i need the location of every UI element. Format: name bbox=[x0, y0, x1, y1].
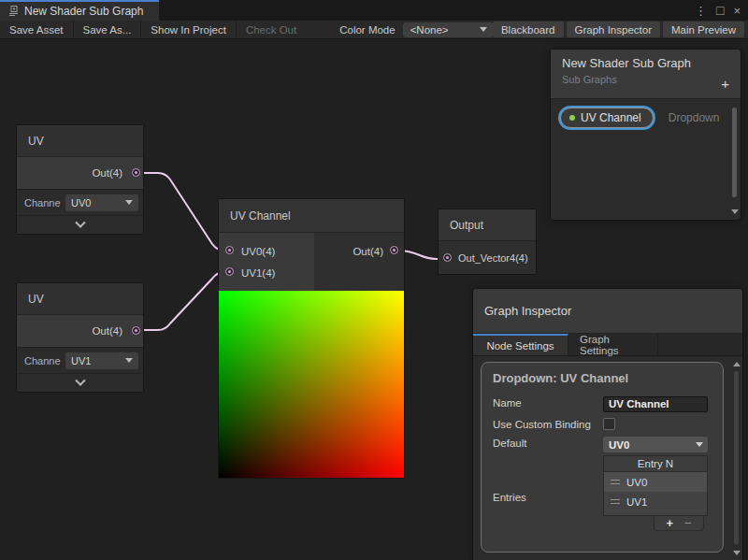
input-port-out-vector4[interactable] bbox=[443, 253, 452, 262]
graph-canvas[interactable]: UV Out(4) Channe UV0 UV Out(4) Ch bbox=[0, 39, 748, 560]
port-label-out-vector4: Out_Vector4(4) bbox=[458, 252, 528, 264]
name-label: Name bbox=[493, 396, 603, 412]
window-menu-icon[interactable]: ⋮ bbox=[695, 5, 707, 17]
input-port-uv1[interactable] bbox=[225, 267, 234, 276]
tab-node-settings[interactable]: Node Settings bbox=[473, 334, 568, 355]
add-property-button[interactable]: + bbox=[721, 77, 729, 91]
wire-uv1-to-uvchannel[interactable] bbox=[136, 272, 230, 330]
show-in-project-button[interactable]: Show In Project bbox=[141, 21, 237, 38]
chevron-down-icon bbox=[75, 217, 85, 227]
node-uv-b[interactable]: UV Out(4) Channe UV1 bbox=[16, 282, 144, 393]
node-preview-uv-gradient bbox=[219, 291, 404, 478]
node-title[interactable]: UV bbox=[17, 283, 143, 315]
scrollbar-thumb[interactable] bbox=[734, 371, 739, 544]
graph-inspector-toggle-button[interactable]: Graph Inspector bbox=[567, 22, 660, 37]
blackboard-toggle-button[interactable]: Blackboard bbox=[493, 22, 564, 37]
drag-handle-icon[interactable] bbox=[611, 480, 620, 484]
tab-bar: New Shader Sub Graph ⋮ □ × bbox=[0, 0, 748, 21]
entry-value: UV0 bbox=[626, 477, 647, 488]
entries-list-buttons: + − bbox=[654, 516, 704, 531]
wire-uv0-to-uvchannel[interactable] bbox=[136, 173, 230, 251]
inspector-scrollbar[interactable] bbox=[732, 360, 741, 557]
inspector-tabs: Node Settings Graph Settings bbox=[473, 334, 742, 356]
channel-value: UV1 bbox=[71, 355, 91, 366]
port-label-uv0: UV0(4) bbox=[241, 246, 275, 257]
entries-label: Entries bbox=[493, 455, 603, 531]
tab-title: New Shader Sub Graph bbox=[24, 5, 143, 18]
collapse-button[interactable] bbox=[17, 215, 143, 234]
section-title: Dropdown: UV Channel bbox=[493, 371, 712, 385]
output-port[interactable] bbox=[132, 326, 140, 335]
output-port[interactable] bbox=[390, 246, 398, 254]
entry-row-uv1[interactable]: UV1 bbox=[603, 492, 708, 511]
window-maximize-icon[interactable]: □ bbox=[716, 4, 724, 17]
entry-value: UV1 bbox=[626, 496, 647, 508]
port-label-uv1: UV1(4) bbox=[241, 267, 275, 279]
chevron-down-icon bbox=[75, 375, 85, 385]
save-asset-button[interactable]: Save Asset bbox=[0, 21, 74, 38]
inspector-title: Graph Inspector bbox=[473, 289, 742, 334]
tab-graph-settings[interactable]: Graph Settings bbox=[568, 334, 658, 355]
use-custom-binding-label: Use Custom Binding bbox=[493, 418, 603, 431]
channel-label: Channe bbox=[24, 355, 65, 366]
channel-dropdown[interactable]: UV0 bbox=[65, 194, 138, 211]
node-title[interactable]: UV bbox=[17, 125, 143, 157]
exposed-dot-icon bbox=[569, 115, 575, 121]
scroll-down-icon[interactable] bbox=[733, 551, 741, 555]
port-label-out: Out(4) bbox=[92, 325, 122, 337]
collapse-button[interactable] bbox=[17, 373, 143, 392]
node-title[interactable]: Output bbox=[439, 209, 536, 241]
remove-entry-button[interactable]: − bbox=[684, 517, 692, 529]
main-preview-toggle-button[interactable]: Main Preview bbox=[663, 22, 744, 37]
chevron-down-icon bbox=[480, 27, 487, 32]
dropdown-settings-card: Dropdown: UV Channel Name UV Channel Use… bbox=[481, 362, 724, 553]
name-field[interactable]: UV Channel bbox=[603, 396, 708, 412]
scroll-up-icon[interactable] bbox=[733, 362, 741, 366]
node-uv-channel[interactable]: UV Channel UV0(4) UV1(4) Out(4) bbox=[218, 198, 405, 479]
chevron-down-icon bbox=[125, 358, 133, 363]
shader-graph-window: New Shader Sub Graph ⋮ □ × Save Asset Sa… bbox=[0, 0, 748, 560]
color-mode-dropdown[interactable]: <None> bbox=[403, 22, 493, 37]
input-port-uv0[interactable] bbox=[225, 246, 234, 254]
scroll-down-icon[interactable] bbox=[731, 209, 739, 214]
channel-value: UV0 bbox=[71, 197, 91, 208]
default-dropdown[interactable]: UV0 bbox=[603, 437, 708, 452]
node-uv-a[interactable]: UV Out(4) Channe UV0 bbox=[16, 124, 144, 235]
check-out-button: Check Out bbox=[237, 21, 306, 38]
entries-list: Entry N UV0 UV1 bbox=[603, 455, 708, 531]
entries-header: Entry N bbox=[603, 455, 708, 472]
property-type: Dropdown bbox=[669, 111, 720, 124]
color-mode-label: Color Mode bbox=[336, 24, 398, 36]
channel-label: Channe bbox=[24, 197, 65, 208]
tab-new-shader-sub-graph[interactable]: New Shader Sub Graph bbox=[0, 0, 159, 21]
drag-handle-icon[interactable] bbox=[611, 499, 620, 504]
port-label-out: Out(4) bbox=[352, 246, 383, 257]
default-label: Default bbox=[493, 437, 603, 452]
chevron-down-icon bbox=[125, 200, 133, 205]
channel-dropdown[interactable]: UV1 bbox=[65, 352, 138, 369]
default-value: UV0 bbox=[609, 439, 629, 451]
property-name: UV Channel bbox=[581, 111, 641, 124]
blackboard-property-row: UV Channel Dropdown bbox=[560, 108, 731, 128]
graph-inspector-panel: Graph Inspector Node Settings Graph Sett… bbox=[472, 288, 743, 560]
node-output[interactable]: Output Out_Vector4(4) bbox=[438, 208, 537, 275]
use-custom-binding-checkbox[interactable] bbox=[603, 418, 615, 430]
save-as-button[interactable]: Save As... bbox=[74, 21, 142, 38]
graph-toolbar: Save Asset Save As... Show In Project Ch… bbox=[0, 21, 748, 39]
subgraph-asset-icon bbox=[7, 6, 19, 17]
blackboard-title: New Shader Sub Graph bbox=[562, 56, 729, 70]
blackboard-scrollbar[interactable] bbox=[730, 106, 739, 216]
output-port[interactable] bbox=[132, 168, 140, 177]
entry-row-uv0[interactable]: UV0 bbox=[603, 472, 708, 492]
blackboard-subtitle: Sub Graphs bbox=[562, 74, 729, 85]
scrollbar-thumb[interactable] bbox=[732, 108, 737, 197]
port-label-out: Out(4) bbox=[92, 167, 122, 179]
blackboard-panel: New Shader Sub Graph Sub Graphs + UV Cha… bbox=[550, 49, 741, 221]
property-pill-uv-channel[interactable]: UV Channel bbox=[560, 108, 654, 128]
node-title[interactable]: UV Channel bbox=[219, 199, 404, 233]
chevron-down-icon bbox=[696, 442, 703, 447]
window-close-icon[interactable]: × bbox=[733, 5, 741, 17]
color-mode-value: <None> bbox=[410, 24, 449, 36]
add-entry-button[interactable]: + bbox=[666, 517, 673, 529]
